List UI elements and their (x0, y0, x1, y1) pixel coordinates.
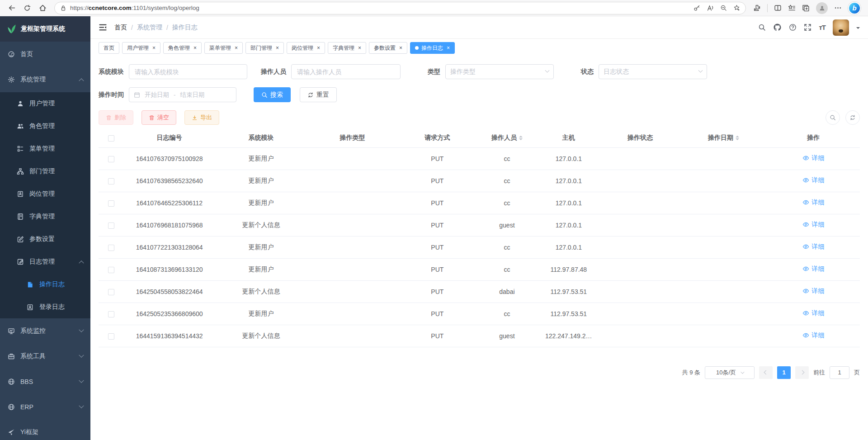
breadcrumb-system[interactable]: 系统管理 (137, 24, 162, 32)
close-icon[interactable]: × (399, 45, 402, 51)
sidebar-item-log-mgmt[interactable]: 日志管理 (0, 251, 90, 273)
tab-dept-mgmt[interactable]: 部门管理× (245, 42, 284, 54)
reset-button[interactable]: 重置 (300, 87, 337, 102)
page-number-1[interactable]: 1 (777, 366, 791, 379)
browser-back-button[interactable] (5, 2, 18, 14)
row-checkbox[interactable] (108, 222, 114, 229)
status-select[interactable]: 日志状态 (599, 64, 707, 79)
export-button[interactable]: 导出 (184, 110, 219, 125)
module-input[interactable] (129, 64, 247, 79)
tab-user-mgmt[interactable]: 用户管理× (122, 42, 160, 54)
font-size-icon[interactable]: тT (819, 24, 826, 31)
tab-oper-log[interactable]: 操作日志× (410, 42, 455, 54)
close-icon[interactable]: × (193, 45, 197, 51)
user-avatar[interactable] (833, 19, 849, 36)
row-checkbox[interactable] (108, 289, 114, 295)
col-date[interactable]: 操作日期 (680, 128, 767, 147)
sidebar-collapse-button[interactable] (99, 23, 107, 32)
clear-button[interactable]: 清空 (142, 110, 176, 125)
avatar-dropdown-caret-icon[interactable] (856, 27, 860, 31)
row-checkbox[interactable] (108, 156, 114, 162)
browser-profile-avatar[interactable] (816, 2, 828, 14)
close-icon[interactable]: × (447, 45, 450, 51)
collections-icon[interactable] (802, 4, 810, 12)
help-icon[interactable] (789, 24, 797, 31)
close-icon[interactable]: × (317, 45, 320, 51)
detail-link[interactable]: 详细 (802, 176, 824, 185)
tab-dict-mgmt[interactable]: 字典管理× (328, 42, 366, 54)
toggle-search-button[interactable] (826, 110, 840, 125)
row-checkbox[interactable] (108, 333, 114, 340)
sidebar-item-post-mgmt[interactable]: 岗位管理 (0, 183, 90, 205)
close-icon[interactable]: × (358, 45, 361, 51)
browser-reload-button[interactable] (21, 2, 33, 14)
github-icon[interactable] (773, 23, 782, 32)
tab-post-mgmt[interactable]: 岗位管理× (287, 42, 325, 54)
goto-page-input[interactable] (830, 366, 849, 379)
date-range-picker[interactable]: 开始日期 - 结束日期 (129, 87, 236, 102)
sort-icon[interactable] (736, 134, 739, 142)
sidebar-item-erp[interactable]: ERP (0, 394, 90, 420)
tab-role-mgmt[interactable]: 角色管理× (163, 42, 202, 54)
address-bar[interactable]: https://ccnetcore.com:1101/system/log/op… (54, 2, 746, 14)
more-menu-icon[interactable] (834, 4, 842, 12)
row-checkbox[interactable] (108, 245, 114, 251)
breadcrumb-home[interactable]: 首页 (114, 24, 127, 32)
search-button[interactable]: 搜索 (254, 87, 291, 102)
favorites-bar-icon[interactable] (788, 4, 796, 12)
sidebar-item-login-log[interactable]: 登录日志 (0, 296, 90, 318)
tab-menu-mgmt[interactable]: 菜单管理× (204, 42, 243, 54)
close-icon[interactable]: × (276, 45, 279, 51)
favorite-add-icon[interactable] (733, 5, 740, 11)
row-checkbox[interactable] (108, 178, 114, 185)
detail-link[interactable]: 详细 (802, 199, 824, 207)
row-checkbox[interactable] (108, 200, 114, 207)
row-checkbox[interactable] (108, 311, 114, 317)
sidebar-item-param-settings[interactable]: 参数设置 (0, 228, 90, 251)
sidebar-item-role-mgmt[interactable]: 角色管理 (0, 115, 90, 137)
sidebar-item-menu-mgmt[interactable]: 菜单管理 (0, 137, 90, 160)
detail-link[interactable]: 详细 (802, 265, 824, 273)
sidebar-item-dict-mgmt[interactable]: 字典管理 (0, 205, 90, 228)
select-all-checkbox[interactable] (108, 135, 114, 142)
sidebar-item-bbs[interactable]: BBS (0, 369, 90, 394)
tab-param-settings[interactable]: 参数设置× (369, 42, 407, 54)
read-aloud-icon[interactable] (707, 5, 714, 12)
password-key-icon[interactable] (693, 5, 700, 11)
sidebar-item-system-monitor[interactable]: 系统监控 (0, 318, 90, 344)
table-row: 1644159136394514432 更新个人信息 PUT guest 122… (99, 325, 860, 347)
detail-link[interactable]: 详细 (802, 309, 824, 317)
col-operator[interactable]: 操作人员 (477, 128, 537, 147)
detail-link[interactable]: 详细 (802, 243, 824, 251)
sidebar-item-yi-framework[interactable]: Yi框架 (0, 420, 90, 440)
close-icon[interactable]: × (152, 45, 156, 51)
refresh-table-button[interactable] (845, 110, 860, 125)
detail-link[interactable]: 详细 (802, 221, 824, 229)
browser-home-button[interactable] (36, 2, 49, 14)
sidebar-item-system-mgmt[interactable]: 系统管理 (0, 67, 90, 92)
zoom-out-icon[interactable] (720, 5, 727, 11)
sidebar-item-user-mgmt[interactable]: 用户管理 (0, 92, 90, 115)
prev-page-button[interactable] (759, 366, 773, 379)
next-page-button[interactable] (795, 366, 809, 379)
sidebar-item-oper-log[interactable]: 操作日志 (0, 273, 90, 296)
search-icon[interactable] (758, 24, 766, 31)
fullscreen-icon[interactable] (804, 24, 811, 31)
row-checkbox[interactable] (108, 267, 114, 273)
delete-button[interactable]: 删除 (99, 110, 133, 125)
close-icon[interactable]: × (235, 45, 238, 51)
tab-home[interactable]: 首页 (99, 42, 119, 54)
split-screen-icon[interactable] (774, 4, 782, 12)
detail-link[interactable]: 详细 (802, 287, 824, 295)
extensions-icon[interactable] (753, 4, 761, 12)
sort-icon[interactable] (519, 134, 523, 142)
page-size-select[interactable]: 10条/页 (705, 366, 755, 379)
detail-link[interactable]: 详细 (802, 154, 824, 162)
sidebar-item-system-tools[interactable]: 系统工具 (0, 344, 90, 369)
bing-copilot-icon[interactable]: b (848, 2, 861, 14)
sidebar-item-home[interactable]: 首页 (0, 42, 90, 67)
operator-input[interactable] (291, 64, 401, 79)
detail-link[interactable]: 详细 (802, 331, 824, 340)
sidebar-item-dept-mgmt[interactable]: 部门管理 (0, 160, 90, 183)
type-select[interactable]: 操作类型 (445, 64, 554, 79)
